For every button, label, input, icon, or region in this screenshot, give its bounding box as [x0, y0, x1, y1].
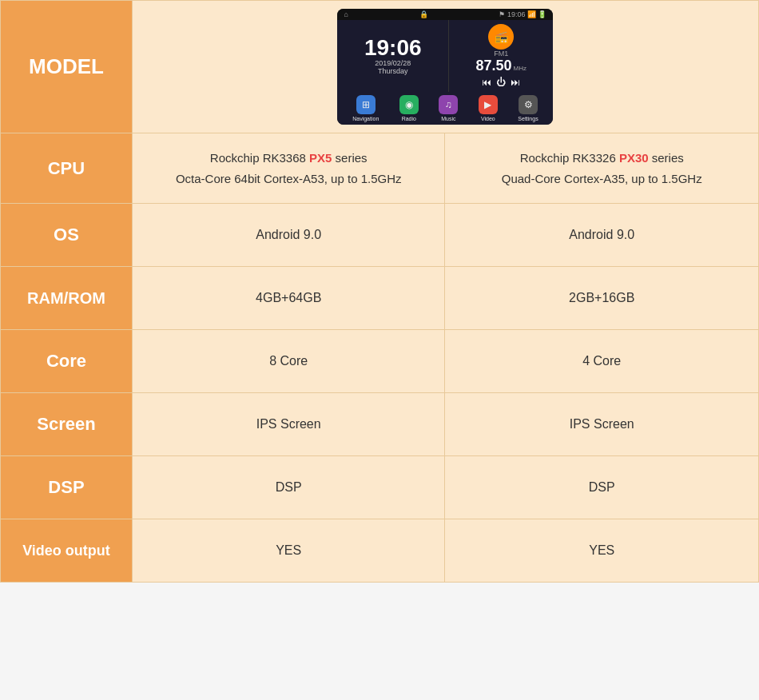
music-app-icon: ♫ Music [439, 95, 458, 121]
px5-highlight: PX5 [309, 151, 332, 165]
ramrom-val2: 2GB+16GB [445, 267, 759, 330]
os-row: OS Android 9.0 Android 9.0 [1, 204, 759, 267]
screen-val2: IPS Screen [445, 393, 759, 456]
video-output-val1: YES [132, 519, 445, 583]
screen-radio-area: 📻 FM1 87.50 MHz ⏮ ⏻ ⏭ [448, 20, 554, 92]
core-val2: 4 Core [445, 330, 759, 393]
prev-icon: ⏮ [482, 77, 491, 88]
os-val2: Android 9.0 [445, 204, 759, 267]
device-screen: ⌂ 🔒 ⚑ 19:06 📶 🔋 19:06 2019/02/28 Thursda… [337, 9, 553, 125]
dsp-label: DSP [1, 456, 133, 519]
video-output-label: Video output [1, 519, 133, 583]
core-val1: 8 Core [132, 330, 445, 393]
os-val1: Android 9.0 [132, 204, 445, 267]
screen-time: 19:06 [364, 37, 422, 59]
video-app-icon: ▶ Video [479, 95, 498, 121]
screen-val1: IPS Screen [132, 393, 445, 456]
os-label: OS [1, 204, 133, 267]
screen-status: ⚑ 19:06 📶 🔋 [499, 10, 546, 18]
model-label: MODEL [1, 1, 133, 133]
ramrom-label: RAM/ROM [1, 267, 133, 330]
screen-fm-label: FM1 [494, 50, 508, 58]
cpu-label: CPU [1, 133, 133, 204]
screen-clock-area: 19:06 2019/02/28 Thursday [337, 20, 448, 92]
model-row: MODEL ⌂ 🔒 ⚑ 19:06 📶 🔋 19:06 2019/02/28 T… [1, 1, 759, 133]
screen-label: Screen [1, 393, 133, 456]
radio-app-icon: ◉ Radio [399, 95, 419, 121]
screen-lock-icon: 🔒 [419, 10, 428, 18]
ramrom-row: RAM/ROM 4GB+64GB 2GB+16GB [1, 267, 759, 330]
comparison-table: MODEL ⌂ 🔒 ⚑ 19:06 📶 🔋 19:06 2019/02/28 T… [0, 0, 759, 583]
cpu-val2-line2: Quad-Core Cortex-A35, up to 1.5GHz [461, 169, 742, 189]
nav-app-icon: ⊞ Navigation [352, 95, 379, 121]
video-output-row: Video output YES YES [1, 519, 759, 583]
dsp-row: DSP DSP DSP [1, 456, 759, 519]
model-image-cell: ⌂ 🔒 ⚑ 19:06 📶 🔋 19:06 2019/02/28 Thursda… [132, 1, 758, 133]
ramrom-val1: 4GB+64GB [132, 267, 445, 330]
radio-icon: 📻 [488, 24, 514, 50]
cpu-val2: Rockchip RK3326 PX30 series Quad-Core Co… [445, 133, 759, 204]
dsp-val2: DSP [445, 456, 759, 519]
screen-mhz: MHz [514, 65, 527, 72]
screen-row: Screen IPS Screen IPS Screen [1, 393, 759, 456]
cpu-val1-line1: Rockchip RK3368 PX5 series [149, 148, 429, 169]
screen-topbar: ⌂ 🔒 ⚑ 19:06 📶 🔋 [337, 9, 553, 20]
cpu-row: CPU Rockchip RK3368 PX5 series Octa-Core… [1, 133, 759, 204]
screen-frequency: 87.50 [475, 58, 511, 74]
cpu-val2-line1: Rockchip RK3326 PX30 series [461, 148, 742, 169]
settings-app-icon: ⚙ Settings [518, 95, 538, 121]
cpu-val1-line2: Octa-Core 64bit Cortex-A53, up to 1.5GHz [149, 169, 429, 189]
core-label: Core [1, 330, 133, 393]
screen-date: 2019/02/28 Thursday [375, 59, 411, 75]
video-output-val2: YES [445, 519, 759, 583]
screen-media-controls: ⏮ ⏻ ⏭ [482, 77, 520, 88]
px30-highlight: PX30 [619, 151, 649, 165]
core-row: Core 8 Core 4 Core [1, 330, 759, 393]
screen-home-icon: ⌂ [344, 10, 348, 18]
screen-body: 19:06 2019/02/28 Thursday 📻 FM1 87.50 [337, 20, 553, 92]
cpu-val1: Rockchip RK3368 PX5 series Octa-Core 64b… [132, 133, 445, 204]
dsp-val1: DSP [132, 456, 445, 519]
screen-apps-row: ⊞ Navigation ◉ Radio ♫ Music ▶ Video [337, 92, 553, 125]
next-icon: ⏭ [511, 77, 520, 88]
power-icon: ⏻ [496, 77, 506, 88]
